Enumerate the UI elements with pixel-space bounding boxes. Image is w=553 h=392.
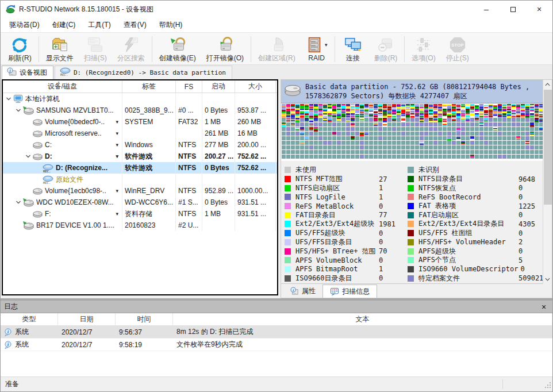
legend-value: 0	[516, 184, 523, 192]
svg-text:STOP: STOP	[451, 43, 464, 48]
column-header-device[interactable]: 设备/磁盘	[3, 80, 122, 93]
device-row-2[interactable]: Volume{0bedecf0-..▾SYSTEMFAT321 MB260 MB	[3, 116, 277, 128]
tab-recognized-partition[interactable]: REC. D: (Recognized0) -> Basic data part…	[55, 66, 232, 79]
minimize-button[interactable]: –	[473, 1, 500, 18]
column-header-label[interactable]: 标签	[122, 80, 176, 93]
mount-dropdown-icon[interactable]: ▾	[116, 142, 120, 148]
toolbar-button-label: 打开镜像(O)	[206, 53, 244, 63]
legend-label: APFS BitmapRoot	[295, 265, 377, 273]
log-row-1[interactable]: i系统2020/12/79:58:19文件枚举在9秒内完成	[1, 339, 552, 351]
log-table-header: 类型 日期 时间 文本	[1, 313, 552, 326]
device-fs-cell	[176, 128, 202, 139]
title-bar: R-STUDIO Network 8.15.180015 - 设备视图 – ×	[1, 1, 552, 18]
close-button[interactable]: ×	[526, 1, 552, 18]
menu-item-2[interactable]: 工具(T)	[82, 18, 117, 32]
device-row-3[interactable]: Microsoft reserve..▾261 MB16 MB	[3, 128, 277, 139]
toolbar-raid-button[interactable]: ▾RAID	[301, 34, 333, 64]
scrollbar-thumb[interactable]	[544, 90, 552, 205]
legend-value: 4305	[516, 220, 535, 228]
legend-label: UFS/FFS 柱面组	[418, 228, 516, 238]
create-image-icon	[169, 36, 186, 53]
mount-dropdown-icon[interactable]: ▾	[116, 188, 120, 194]
device-row-6[interactable]: REC.D: (Recognize...软件游戏NTFS0 Bytes752.6…	[3, 162, 277, 174]
log-type-cell: i系统	[1, 327, 58, 337]
expand-chevron-icon[interactable]	[14, 107, 23, 113]
legend-label: UFS/FFS超级块	[295, 228, 377, 238]
mount-dropdown-icon[interactable]: ▾	[116, 130, 120, 136]
legend-swatch	[285, 185, 291, 191]
legend-label: APFS超级块	[418, 247, 516, 256]
device-row-0[interactable]: 本地计算机	[3, 93, 277, 105]
device-row-9[interactable]: WDC WD10EZEX-08W...WD-WCC6Y6...#1 S...0 …	[3, 197, 277, 208]
toolbar-refresh-button[interactable]: 刷新(R)	[3, 34, 37, 64]
toolbar-button-label: 连接	[346, 53, 360, 63]
volume-icon	[33, 187, 43, 195]
device-row-10[interactable]: F:▾资料存储NTFS1 MB931.51 ...	[3, 208, 277, 220]
dropdown-arrow-icon[interactable]: ▾	[325, 42, 328, 48]
legend-label: ISO9660目录条目	[295, 274, 377, 283]
device-row-7[interactable]: REC.原始文件	[3, 174, 277, 185]
column-header-size[interactable]: 大小	[235, 80, 276, 93]
legend-item: NTFS LogFile1	[285, 193, 408, 202]
log-column-text[interactable]: 文本	[173, 313, 552, 325]
toolbar-open-image-button[interactable]: 打开镜像(O)	[201, 34, 249, 64]
log-column-time[interactable]: 时间	[116, 313, 173, 325]
log-column-type[interactable]: 类型	[1, 313, 58, 325]
toolbar-show-files-button[interactable]: 显示文件	[41, 34, 79, 64]
device-name-cell: 本地计算机	[3, 93, 122, 105]
maximize-button[interactable]	[500, 1, 526, 18]
log-row-0[interactable]: i系统2020/12/79:56:378m 12s 的 D: 扫描已完成	[1, 326, 552, 339]
device-fs-cell: #0 ...	[176, 105, 202, 116]
device-name-cell: Volume{1ecb0c98-..▾	[3, 185, 122, 197]
toolbar-delete-button: 删除(R)	[369, 34, 403, 64]
toolbar-connect-button[interactable]: 连接	[337, 34, 369, 64]
legend-value: 1981	[377, 220, 395, 228]
info-tab-strip: i属性扫描信息	[281, 283, 552, 298]
device-row-11[interactable]: BR17 DEVICE V1.00 1....20160823#2 U...	[3, 220, 277, 231]
log-close-icon[interactable]: ×	[539, 302, 549, 312]
mount-dropdown-icon[interactable]: ▾	[116, 119, 120, 125]
log-date-cell: 2020/12/7	[58, 341, 116, 349]
column-header-fs[interactable]: FS	[176, 80, 202, 93]
partition-info-text: Basic data partition - 752.62 GB (808121…	[305, 82, 540, 101]
refresh-icon	[11, 36, 28, 53]
info-tab-properties[interactable]: i属性	[283, 285, 322, 298]
device-name-cell: SAMSUNG MZVLB1T0...	[3, 105, 122, 116]
volume-icon	[33, 210, 43, 218]
device-size-cell: 752.62 ...	[235, 151, 276, 162]
legend-swatch	[285, 248, 291, 255]
legend-value: 0	[377, 202, 383, 210]
mount-dropdown-icon[interactable]: ▾	[116, 153, 120, 159]
device-row-8[interactable]: Volume{1ecb0c98-..▾WinRE_DRVNTFS952.89 .…	[3, 185, 277, 197]
column-header-start[interactable]: 启动	[202, 80, 235, 93]
toolbar-create-image-button[interactable]: 创建镜像(E)	[154, 34, 201, 64]
tab-device-view[interactable]: i 设备视图	[2, 66, 53, 79]
device-size-cell: 931.51 ...	[235, 197, 276, 208]
log-column-date[interactable]: 日期	[58, 313, 116, 325]
scroll-up-icon[interactable]	[543, 80, 552, 89]
device-row-4[interactable]: C:▾WindowsNTFS277 MB200.00 ...	[3, 139, 277, 151]
legend-swatch	[408, 176, 414, 182]
menu-item-0[interactable]: 驱动器(D)	[3, 18, 46, 32]
toolbar-button-label: 扫描(S)	[84, 53, 107, 63]
scan-block-map[interactable]	[282, 104, 544, 159]
device-row-5[interactable]: D:▾软件游戏NTFS200.27 ...752.62 ...	[3, 151, 277, 162]
info-tab-scan-info[interactable]: 扫描信息	[322, 285, 377, 298]
scan-panel-scrollbar[interactable]	[543, 80, 552, 284]
menu-item-1[interactable]: 创建(C)	[46, 18, 82, 32]
expand-chevron-icon[interactable]	[4, 96, 13, 102]
expand-chevron-icon[interactable]	[24, 153, 33, 159]
device-name: BR17 DEVICE V1.00 1....	[36, 221, 114, 229]
properties-icon: i	[290, 287, 299, 295]
device-label-cell: WinRE_DRV	[122, 185, 176, 197]
toolbar-partition-search-button: 分区搜索	[112, 34, 150, 64]
mount-dropdown-icon[interactable]: ▾	[116, 211, 120, 217]
menu-item-4[interactable]: 帮助(H)	[153, 18, 189, 32]
device-row-1[interactable]: SAMSUNG MZVLB1T0...0025_388B_9...#0 ...0…	[3, 105, 277, 116]
scroll-down-icon[interactable]	[543, 275, 552, 284]
menu-item-3[interactable]: 查看(V)	[117, 18, 153, 32]
expand-chevron-icon[interactable]	[14, 199, 23, 205]
resize-grip[interactable]	[544, 382, 551, 390]
device-name-cell: BR17 DEVICE V1.00 1....	[3, 220, 122, 231]
toolbar-button-label: 创建镜像(E)	[159, 53, 196, 63]
